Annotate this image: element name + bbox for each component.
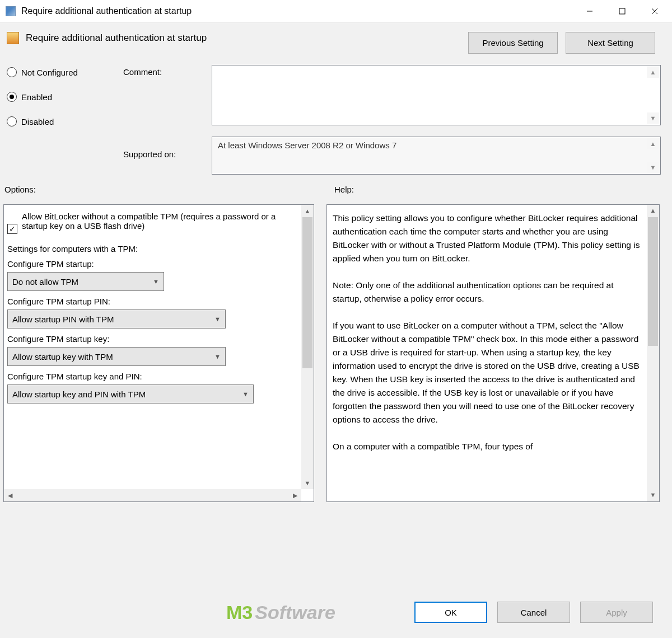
tpm-settings-heading: Settings for computers with a TPM: (7, 244, 297, 254)
minimize-button[interactable] (573, 1, 606, 21)
svg-rect-1 (619, 8, 625, 14)
radio-icon (7, 67, 17, 77)
scroll-down-icon[interactable]: ▼ (301, 477, 314, 489)
scroll-thumb[interactable] (302, 217, 312, 368)
scroll-up-icon[interactable]: ▲ (301, 205, 314, 217)
radio-disabled[interactable]: Disabled (7, 116, 119, 126)
horizontal-scrollbar[interactable]: ◀ ▶ (4, 489, 301, 501)
chevron-down-icon: ▼ (153, 278, 159, 285)
scroll-up-icon[interactable]: ▲ (647, 67, 659, 78)
supported-on-label: Supported on: (123, 144, 207, 159)
comment-textarea[interactable]: ▲ ▼ (212, 65, 661, 125)
watermark-text: Software (255, 602, 335, 623)
help-paragraph: Note: Only one of the additional authent… (333, 279, 642, 306)
chevron-down-icon: ▼ (214, 316, 221, 322)
page-title: Require additional authentication at sta… (26, 32, 207, 44)
options-panel: Allow BitLocker without a compatible TPM… (3, 204, 314, 502)
radio-label: Not Configured (21, 68, 78, 77)
help-paragraph: This policy setting allows you to config… (333, 212, 642, 265)
footer: M3 Software OK Cancel Apply (0, 594, 672, 638)
tpm-keypin-label: Configure TPM startup key and PIN: (7, 372, 297, 381)
policy-icon (7, 32, 19, 44)
ok-button[interactable]: OK (414, 602, 487, 623)
apply-button[interactable]: Apply (580, 602, 653, 623)
tpm-pin-combo[interactable]: Allow startup PIN with TPM ▼ (7, 309, 226, 329)
watermark: M3 Software (226, 602, 335, 623)
radio-icon (7, 92, 17, 102)
vertical-scrollbar[interactable]: ▲ ▼ (647, 205, 659, 501)
combo-value: Allow startup key with TPM (12, 352, 113, 362)
radio-not-configured[interactable]: Not Configured (7, 67, 119, 77)
allow-without-tpm-checkbox[interactable] (7, 224, 17, 234)
window-icon (6, 6, 16, 16)
radio-label: Enabled (21, 92, 52, 102)
tpm-startup-label: Configure TPM startup: (7, 259, 297, 269)
watermark-brand: M3 (226, 602, 253, 623)
scroll-down-icon[interactable]: ▼ (647, 489, 659, 501)
previous-setting-button[interactable]: Previous Setting (468, 32, 558, 54)
tpm-keypin-combo[interactable]: Allow startup key and PIN with TPM ▼ (7, 384, 254, 404)
maximize-button[interactable] (606, 1, 638, 21)
help-panel: This policy setting allows you to config… (326, 204, 660, 502)
help-paragraph: On a computer with a compatible TPM, fou… (333, 440, 642, 453)
radio-icon (7, 116, 17, 126)
titlebar: Require additional authentication at sta… (0, 0, 672, 22)
help-heading: Help: (334, 185, 354, 194)
scroll-up-icon[interactable]: ▲ (647, 138, 659, 149)
close-button[interactable] (638, 1, 671, 21)
tpm-startup-combo[interactable]: Do not allow TPM ▼ (7, 272, 164, 291)
scroll-up-icon[interactable]: ▲ (647, 205, 659, 217)
comment-label: Comment: (123, 65, 207, 77)
scroll-down-icon[interactable]: ▼ (647, 162, 659, 173)
radio-enabled[interactable]: Enabled (7, 92, 119, 102)
scroll-left-icon[interactable]: ◀ (4, 489, 16, 501)
cancel-button[interactable]: Cancel (497, 602, 570, 623)
supported-on-box: At least Windows Server 2008 R2 or Windo… (212, 137, 661, 175)
supported-on-value: At least Windows Server 2008 R2 or Windo… (218, 140, 396, 150)
chevron-down-icon: ▼ (242, 391, 249, 397)
vertical-scrollbar[interactable]: ▲ ▼ (301, 205, 314, 489)
window-title: Require additional authentication at sta… (21, 6, 192, 16)
options-heading: Options: (4, 185, 36, 194)
radio-label: Disabled (21, 117, 54, 126)
scroll-right-icon[interactable]: ▶ (289, 489, 301, 501)
tpm-key-label: Configure TPM startup key: (7, 334, 297, 344)
combo-value: Do not allow TPM (12, 277, 78, 287)
combo-value: Allow startup PIN with TPM (12, 315, 114, 324)
scroll-thumb[interactable] (648, 217, 658, 346)
combo-value: Allow startup key and PIN with TPM (12, 390, 146, 399)
tpm-key-combo[interactable]: Allow startup key with TPM ▼ (7, 347, 226, 366)
tpm-pin-label: Configure TPM startup PIN: (7, 297, 297, 306)
help-paragraph: If you want to use BitLocker on a comput… (333, 319, 642, 426)
next-setting-button[interactable]: Next Setting (566, 32, 655, 54)
allow-without-tpm-label: Allow BitLocker without a compatible TPM… (22, 212, 297, 231)
chevron-down-icon: ▼ (214, 353, 221, 360)
scroll-down-icon[interactable]: ▼ (647, 112, 659, 124)
